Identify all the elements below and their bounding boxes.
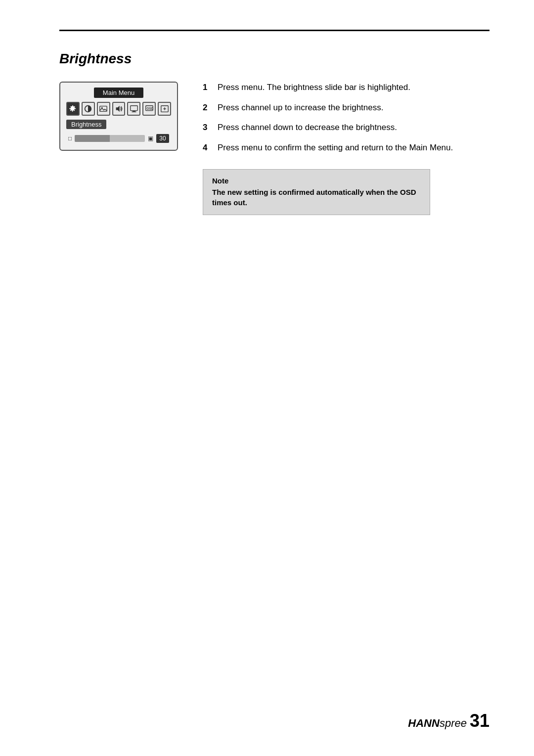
step-2-number: 2 [203, 102, 215, 114]
footer-page-number: 31 [470, 711, 490, 731]
osd-slider-fill [75, 135, 110, 142]
osd-main-menu-label: Main Menu [94, 88, 143, 98]
volume-icon [114, 104, 123, 113]
svg-rect-2 [100, 106, 107, 112]
slider-max-icon: ▣ [148, 135, 153, 142]
step-1-text: Press menu. The brightness slide bar is … [218, 82, 410, 94]
step-3: 3 Press channel down to decrease the bri… [203, 122, 490, 134]
step-1-number: 1 [203, 82, 215, 94]
input-icon [160, 104, 169, 113]
page-container: Brightness Main Menu [0, 0, 534, 756]
note-box: Note The new setting is confirmed automa… [203, 169, 430, 215]
svg-text:OSD: OSD [146, 107, 153, 110]
step-4-text: Press menu to confirm the setting and re… [218, 142, 453, 154]
osd-icon: OSD [145, 104, 154, 113]
settings-icon [68, 104, 77, 113]
section-title: Brightness [59, 51, 490, 67]
step-3-number: 3 [203, 122, 215, 134]
step-3-text: Press channel down to decrease the brigh… [218, 122, 397, 134]
osd-icon-volume [112, 102, 126, 116]
instructions-list: 1 Press menu. The brightness slide bar i… [203, 82, 490, 154]
footer-brand-hann: HANN [408, 717, 440, 730]
osd-icon-settings [66, 102, 80, 116]
slider-min-icon: □ [68, 135, 72, 142]
content-row: Main Menu [59, 82, 490, 215]
note-title: Note [212, 177, 421, 185]
screen-icon [130, 104, 138, 113]
step-2-text: Press channel up to increase the brightn… [218, 102, 383, 114]
top-rule [59, 30, 490, 31]
osd-icon-contrast [82, 102, 95, 116]
osd-icon-screen [127, 102, 140, 116]
osd-icon-picture [97, 102, 110, 116]
osd-icons-row: OSD [66, 102, 171, 116]
osd-slider-track [75, 135, 145, 142]
step-2: 2 Press channel up to increase the brigh… [203, 102, 490, 114]
osd-brightness-label: Brightness [66, 120, 106, 129]
step-1: 1 Press menu. The brightness slide bar i… [203, 82, 490, 94]
osd-brightness-label-wrapper: Brightness [66, 120, 171, 134]
picture-icon [99, 104, 108, 113]
osd-icon-input [158, 102, 171, 116]
step-4: 4 Press menu to confirm the setting and … [203, 142, 490, 154]
step-4-number: 4 [203, 142, 215, 154]
osd-diagram: Main Menu [59, 82, 178, 151]
page-footer: HANN spree 31 [408, 711, 490, 731]
osd-slider-value: 30 [156, 134, 169, 143]
note-body: The new setting is confirmed automatical… [212, 188, 416, 207]
instructions-column: 1 Press menu. The brightness slide bar i… [203, 82, 490, 215]
svg-marker-4 [116, 106, 120, 112]
osd-slider-row: □ ▣ 30 [66, 134, 171, 143]
contrast-icon [84, 104, 92, 113]
footer-brand-spree: spree [440, 717, 467, 730]
osd-icon-osd: OSD [142, 102, 156, 116]
svg-rect-5 [131, 106, 137, 111]
